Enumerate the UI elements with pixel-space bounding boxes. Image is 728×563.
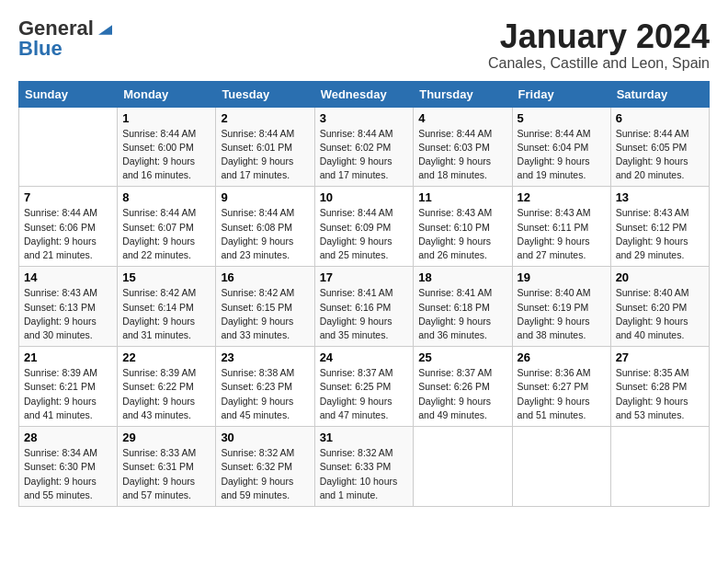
day-info: Sunrise: 8:43 AMSunset: 6:10 PMDaylight:…	[418, 206, 506, 262]
calendar-cell: 23Sunrise: 8:38 AMSunset: 6:23 PMDayligh…	[216, 347, 314, 427]
day-info: Sunrise: 8:32 AMSunset: 6:33 PMDaylight:…	[320, 446, 409, 502]
day-info: Sunrise: 8:42 AMSunset: 6:14 PMDaylight:…	[122, 286, 210, 342]
day-info: Sunrise: 8:37 AMSunset: 6:26 PMDaylight:…	[418, 366, 506, 422]
header-day-sunday: Sunday	[19, 81, 118, 107]
day-info: Sunrise: 8:43 AMSunset: 6:11 PMDaylight:…	[518, 206, 606, 262]
day-number: 16	[221, 270, 309, 284]
day-info: Sunrise: 8:38 AMSunset: 6:23 PMDaylight:…	[221, 366, 309, 422]
calendar-cell: 6Sunrise: 8:44 AMSunset: 6:05 PMDaylight…	[610, 107, 709, 187]
header-day-tuesday: Tuesday	[216, 81, 314, 107]
calendar-cell: 12Sunrise: 8:43 AMSunset: 6:11 PMDayligh…	[512, 187, 610, 267]
day-info: Sunrise: 8:40 AMSunset: 6:19 PMDaylight:…	[518, 286, 606, 342]
day-info: Sunrise: 8:44 AMSunset: 6:05 PMDaylight:…	[616, 127, 704, 183]
logo: General Blue	[18, 18, 112, 59]
svg-marker-0	[98, 25, 112, 35]
day-number: 30	[221, 431, 309, 444]
day-number: 20	[616, 270, 704, 284]
logo-blue-text: Blue	[18, 39, 63, 59]
day-info: Sunrise: 8:34 AMSunset: 6:30 PMDaylight:…	[24, 446, 112, 502]
day-info: Sunrise: 8:33 AMSunset: 6:31 PMDaylight:…	[122, 446, 210, 502]
calendar-cell: 26Sunrise: 8:36 AMSunset: 6:27 PMDayligh…	[512, 347, 610, 427]
day-info: Sunrise: 8:44 AMSunset: 6:01 PMDaylight:…	[221, 127, 309, 183]
calendar-cell: 22Sunrise: 8:39 AMSunset: 6:22 PMDayligh…	[118, 347, 216, 427]
calendar-week-row: 14Sunrise: 8:43 AMSunset: 6:13 PMDayligh…	[19, 267, 710, 347]
day-info: Sunrise: 8:44 AMSunset: 6:03 PMDaylight:…	[418, 127, 506, 183]
logo-general-text: General	[18, 18, 94, 39]
calendar-cell: 2Sunrise: 8:44 AMSunset: 6:01 PMDaylight…	[216, 107, 314, 187]
calendar-week-row: 1Sunrise: 8:44 AMSunset: 6:00 PMDaylight…	[19, 107, 710, 187]
day-number: 6	[616, 111, 704, 125]
calendar-cell: 21Sunrise: 8:39 AMSunset: 6:21 PMDayligh…	[19, 347, 118, 427]
day-info: Sunrise: 8:44 AMSunset: 6:02 PMDaylight:…	[320, 127, 409, 183]
day-info: Sunrise: 8:41 AMSunset: 6:16 PMDaylight:…	[320, 286, 409, 342]
day-number: 21	[24, 350, 112, 364]
calendar-cell: 4Sunrise: 8:44 AMSunset: 6:03 PMDaylight…	[414, 107, 512, 187]
calendar-cell: 1Sunrise: 8:44 AMSunset: 6:00 PMDaylight…	[118, 107, 216, 187]
day-number: 5	[518, 111, 606, 125]
day-info: Sunrise: 8:40 AMSunset: 6:20 PMDaylight:…	[616, 286, 704, 342]
day-number: 15	[122, 270, 210, 284]
day-number: 12	[518, 190, 606, 204]
calendar-cell: 20Sunrise: 8:40 AMSunset: 6:20 PMDayligh…	[610, 267, 709, 347]
calendar-cell: 10Sunrise: 8:44 AMSunset: 6:09 PMDayligh…	[314, 187, 414, 267]
day-number: 10	[320, 190, 409, 204]
day-info: Sunrise: 8:42 AMSunset: 6:15 PMDaylight:…	[221, 286, 309, 342]
day-info: Sunrise: 8:44 AMSunset: 6:07 PMDaylight:…	[122, 206, 210, 262]
calendar-cell: 11Sunrise: 8:43 AMSunset: 6:10 PMDayligh…	[414, 187, 512, 267]
calendar-week-row: 28Sunrise: 8:34 AMSunset: 6:30 PMDayligh…	[19, 427, 710, 507]
logo-icon	[96, 20, 112, 37]
title-area: January 2024 Canales, Castille and Leon,…	[488, 18, 710, 72]
calendar-cell: 25Sunrise: 8:37 AMSunset: 6:26 PMDayligh…	[414, 347, 512, 427]
day-number: 4	[418, 111, 506, 125]
calendar-cell: 5Sunrise: 8:44 AMSunset: 6:04 PMDaylight…	[512, 107, 610, 187]
header-day-thursday: Thursday	[414, 81, 512, 107]
calendar-cell: 3Sunrise: 8:44 AMSunset: 6:02 PMDaylight…	[314, 107, 414, 187]
day-number: 14	[24, 270, 112, 284]
day-number: 25	[418, 350, 506, 364]
day-number: 31	[320, 431, 409, 444]
calendar-cell	[512, 427, 610, 507]
day-number: 27	[616, 350, 704, 364]
calendar-cell: 28Sunrise: 8:34 AMSunset: 6:30 PMDayligh…	[19, 427, 118, 507]
day-number: 13	[616, 190, 704, 204]
day-number: 1	[122, 111, 210, 125]
day-info: Sunrise: 8:44 AMSunset: 6:06 PMDaylight:…	[24, 206, 112, 262]
calendar-cell: 31Sunrise: 8:32 AMSunset: 6:33 PMDayligh…	[314, 427, 414, 507]
month-title: January 2024	[488, 18, 710, 55]
calendar-cell: 13Sunrise: 8:43 AMSunset: 6:12 PMDayligh…	[610, 187, 709, 267]
location-subtitle: Canales, Castille and Leon, Spain	[488, 55, 710, 72]
header-day-monday: Monday	[118, 81, 216, 107]
calendar-cell: 18Sunrise: 8:41 AMSunset: 6:18 PMDayligh…	[414, 267, 512, 347]
day-number: 19	[518, 270, 606, 284]
day-info: Sunrise: 8:32 AMSunset: 6:32 PMDaylight:…	[221, 446, 309, 502]
calendar-table: SundayMondayTuesdayWednesdayThursdayFrid…	[18, 81, 710, 507]
calendar-cell: 24Sunrise: 8:37 AMSunset: 6:25 PMDayligh…	[314, 347, 414, 427]
day-info: Sunrise: 8:41 AMSunset: 6:18 PMDaylight:…	[418, 286, 506, 342]
calendar-cell: 8Sunrise: 8:44 AMSunset: 6:07 PMDaylight…	[118, 187, 216, 267]
day-number: 9	[221, 190, 309, 204]
day-number: 17	[320, 270, 409, 284]
calendar-cell: 9Sunrise: 8:44 AMSunset: 6:08 PMDaylight…	[216, 187, 314, 267]
calendar-cell: 14Sunrise: 8:43 AMSunset: 6:13 PMDayligh…	[19, 267, 118, 347]
day-info: Sunrise: 8:43 AMSunset: 6:13 PMDaylight:…	[24, 286, 112, 342]
calendar-cell: 30Sunrise: 8:32 AMSunset: 6:32 PMDayligh…	[216, 427, 314, 507]
day-info: Sunrise: 8:36 AMSunset: 6:27 PMDaylight:…	[518, 366, 606, 422]
day-info: Sunrise: 8:44 AMSunset: 6:04 PMDaylight:…	[518, 127, 606, 183]
header: General Blue January 2024 Canales, Casti…	[18, 18, 710, 72]
calendar-cell: 15Sunrise: 8:42 AMSunset: 6:14 PMDayligh…	[118, 267, 216, 347]
day-number: 7	[24, 190, 112, 204]
calendar-cell	[19, 107, 118, 187]
calendar-cell: 16Sunrise: 8:42 AMSunset: 6:15 PMDayligh…	[216, 267, 314, 347]
calendar-cell: 27Sunrise: 8:35 AMSunset: 6:28 PMDayligh…	[610, 347, 709, 427]
day-number: 22	[122, 350, 210, 364]
header-day-friday: Friday	[512, 81, 610, 107]
day-number: 28	[24, 431, 112, 444]
calendar-cell	[414, 427, 512, 507]
day-info: Sunrise: 8:44 AMSunset: 6:00 PMDaylight:…	[122, 127, 210, 183]
day-number: 2	[221, 111, 309, 125]
calendar-cell: 7Sunrise: 8:44 AMSunset: 6:06 PMDaylight…	[19, 187, 118, 267]
day-number: 26	[518, 350, 606, 364]
day-number: 18	[418, 270, 506, 284]
calendar-week-row: 21Sunrise: 8:39 AMSunset: 6:21 PMDayligh…	[19, 347, 710, 427]
calendar-cell: 19Sunrise: 8:40 AMSunset: 6:19 PMDayligh…	[512, 267, 610, 347]
